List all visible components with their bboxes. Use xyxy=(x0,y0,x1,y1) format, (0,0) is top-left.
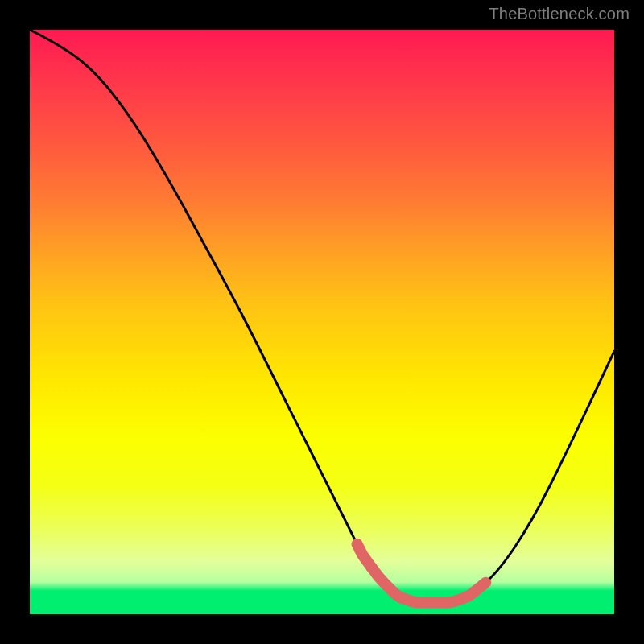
curve-svg xyxy=(30,30,614,614)
plot-area xyxy=(30,30,614,614)
highlight-segment xyxy=(357,544,486,603)
highlight-dot-1 xyxy=(354,544,365,555)
bottleneck-curve-path xyxy=(30,30,614,602)
highlight-dot-2 xyxy=(366,562,378,573)
chart-frame: TheBottleneck.com xyxy=(0,0,644,644)
watermark-text: TheBottleneck.com xyxy=(489,5,630,23)
